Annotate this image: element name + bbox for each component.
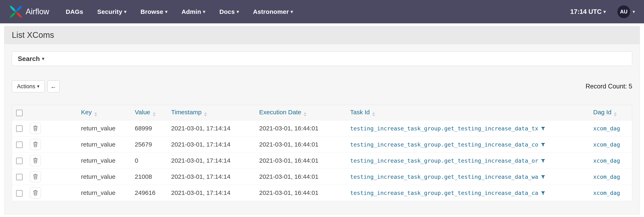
cell-value: 68999 [130, 120, 166, 136]
cell-value: 0 [130, 152, 166, 169]
row-checkbox[interactable] [16, 126, 22, 132]
caret-down-icon: ▾ [290, 9, 293, 14]
caret-down-icon: ▾ [203, 9, 205, 14]
row-checkbox[interactable] [16, 174, 22, 180]
header-execution-date-label: Execution Date [259, 109, 301, 116]
header-value-label: Value [135, 109, 150, 116]
dag-id-link[interactable]: xcom_dag [593, 125, 620, 132]
sort-icon[interactable] [304, 112, 306, 116]
xcom-table: Key Value Timestamp Execution Date Task … [12, 105, 632, 201]
header-actions-column [28, 105, 76, 120]
task-id-link[interactable]: testing_increase_task_group.get_testing_… [350, 174, 538, 180]
sort-icon[interactable] [204, 112, 207, 116]
nav-docs[interactable]: Docs▾ [219, 8, 239, 15]
header-value[interactable]: Value [130, 105, 166, 120]
cell-timestamp: 2021-03-01, 17:14:14 [166, 185, 254, 201]
cell-timestamp: 2021-03-01, 17:14:14 [166, 152, 254, 169]
row-checkbox[interactable] [16, 142, 22, 148]
toolbar: Actions ▾ ← Record Count: 5 [12, 80, 632, 92]
caret-down-icon: ▾ [237, 9, 239, 14]
cell-execution-date: 2021-03-01, 16:44:01 [254, 185, 345, 201]
header-task-id-label: Task Id [350, 109, 370, 116]
nav-docs-label: Docs [219, 8, 235, 15]
cell-key: return_value [76, 120, 130, 136]
table-row: return_value 21008 2021-03-01, 17:14:14 … [12, 169, 632, 185]
caret-down-icon: ▾ [42, 56, 44, 62]
clock-menu[interactable]: 17:14 UTC ▾ [570, 8, 606, 16]
caret-down-icon: ▾ [604, 9, 606, 14]
actions-button[interactable]: Actions ▾ [12, 80, 45, 92]
sort-icon[interactable] [94, 112, 97, 116]
caret-down-icon: ▾ [165, 9, 168, 14]
trash-icon [33, 174, 38, 180]
header-task-id[interactable]: Task Id [345, 105, 588, 120]
task-id-link[interactable]: testing_increase_task_group.get_testing_… [350, 190, 538, 196]
cell-execution-date: 2021-03-01, 16:44:01 [254, 169, 345, 185]
cell-key: return_value [76, 152, 130, 169]
header-timestamp[interactable]: Timestamp [166, 105, 254, 120]
table-row: return_value 68999 2021-03-01, 17:14:14 … [12, 120, 632, 136]
cell-execution-date: 2021-03-01, 16:44:01 [254, 152, 345, 169]
clock-label: 17:14 UTC [570, 8, 602, 16]
search-panel-toggle[interactable]: Search ▾ [12, 52, 632, 66]
filter-icon[interactable] [541, 126, 546, 131]
task-id-link[interactable]: testing_increase_task_group.get_testing_… [350, 158, 538, 164]
dag-id-link[interactable]: xcom_dag [593, 158, 620, 164]
actions-button-label: Actions [17, 83, 35, 90]
back-button[interactable]: ← [48, 80, 60, 92]
delete-row-button[interactable] [30, 187, 41, 198]
select-all-checkbox[interactable] [16, 110, 22, 116]
header-execution-date[interactable]: Execution Date [254, 105, 345, 120]
delete-row-button[interactable] [30, 139, 41, 150]
record-count: Record Count: 5 [586, 83, 632, 90]
user-menu[interactable]: AU ▾ [617, 5, 635, 18]
panel-heading: List XComs [4, 26, 640, 44]
row-checkbox[interactable] [16, 158, 22, 164]
header-dag-id-label: Dag Id [593, 109, 611, 116]
nav-menu: DAGs Security▾ Browse▾ Admin▾ Docs▾ Astr… [66, 8, 307, 15]
cell-value: 25679 [130, 136, 166, 152]
delete-row-button[interactable] [30, 155, 41, 166]
nav-admin[interactable]: Admin▾ [182, 8, 205, 15]
dag-id-link[interactable]: xcom_dag [593, 141, 620, 148]
nav-browse[interactable]: Browse▾ [140, 8, 168, 15]
row-checkbox[interactable] [16, 190, 22, 196]
header-key[interactable]: Key [76, 105, 130, 120]
filter-icon[interactable] [541, 142, 546, 147]
nav-dags[interactable]: DAGs [66, 8, 83, 15]
xcom-table-container: Key Value Timestamp Execution Date Task … [12, 105, 632, 201]
task-id-link[interactable]: testing_increase_task_group.get_testing_… [350, 125, 538, 132]
header-dag-id[interactable]: Dag Id [588, 105, 632, 120]
nav-browse-label: Browse [140, 8, 163, 15]
cell-key: return_value [76, 136, 130, 152]
nav-astronomer[interactable]: Astronomer▾ [253, 8, 293, 15]
table-row: return_value 0 2021-03-01, 17:14:14 2021… [12, 152, 632, 169]
cell-value: 249616 [130, 185, 166, 201]
delete-row-button[interactable] [30, 123, 41, 134]
dag-id-link[interactable]: xcom_dag [593, 190, 620, 196]
trash-icon [33, 125, 38, 132]
nav-astronomer-label: Astronomer [253, 8, 289, 15]
cell-value: 21008 [130, 169, 166, 185]
dag-id-link[interactable]: xcom_dag [593, 174, 620, 180]
filter-icon[interactable] [541, 175, 546, 180]
airflow-logo-icon [9, 5, 23, 18]
sort-icon[interactable] [614, 112, 617, 116]
task-id-link[interactable]: testing_increase_task_group.get_testing_… [350, 141, 538, 148]
table-row: return_value 25679 2021-03-01, 17:14:14 … [12, 136, 632, 152]
filter-icon[interactable] [541, 158, 546, 163]
table-header-row: Key Value Timestamp Execution Date Task … [12, 105, 632, 120]
header-key-label: Key [81, 109, 92, 116]
trash-icon [33, 157, 38, 164]
filter-icon[interactable] [541, 191, 546, 196]
brand[interactable]: Airflow [9, 5, 49, 18]
trash-icon [33, 141, 38, 148]
sort-icon[interactable] [153, 112, 156, 116]
nav-security[interactable]: Security▾ [97, 8, 126, 15]
navbar-right: 17:14 UTC ▾ AU ▾ [570, 5, 635, 18]
delete-row-button[interactable] [30, 171, 41, 182]
sort-icon[interactable] [372, 112, 375, 116]
cell-execution-date: 2021-03-01, 16:44:01 [254, 120, 345, 136]
record-count-value: 5 [629, 83, 632, 90]
nav-admin-label: Admin [182, 8, 201, 15]
